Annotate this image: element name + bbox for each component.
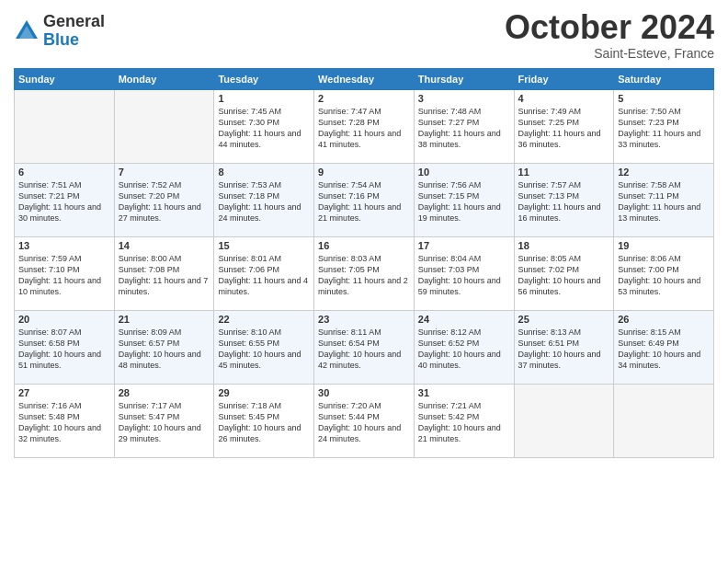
week-row-1: 6Sunrise: 7:51 AM Sunset: 7:21 PM Daylig… — [15, 163, 714, 236]
day-cell: 25Sunrise: 8:13 AM Sunset: 6:51 PM Dayli… — [514, 310, 614, 384]
day-number: 31 — [418, 387, 510, 398]
day-header-monday: Monday — [114, 68, 214, 89]
day-number: 3 — [418, 93, 510, 104]
day-cell: 14Sunrise: 8:00 AM Sunset: 7:08 PM Dayli… — [114, 236, 214, 310]
day-info: Sunrise: 8:15 AM Sunset: 6:49 PM Dayligh… — [618, 327, 710, 372]
day-info: Sunrise: 8:09 AM Sunset: 6:57 PM Dayligh… — [119, 327, 210, 372]
day-info: Sunrise: 8:01 AM Sunset: 7:06 PM Dayligh… — [218, 253, 310, 298]
day-header-wednesday: Wednesday — [314, 68, 415, 89]
day-cell: 28Sunrise: 7:17 AM Sunset: 5:47 PM Dayli… — [114, 384, 214, 457]
day-cell: 22Sunrise: 8:10 AM Sunset: 6:55 PM Dayli… — [214, 310, 314, 384]
day-info: Sunrise: 8:06 AM Sunset: 7:00 PM Dayligh… — [618, 253, 710, 298]
logo-text: General Blue — [43, 13, 105, 50]
day-cell: 2Sunrise: 7:47 AM Sunset: 7:28 PM Daylig… — [314, 89, 415, 163]
logo-general: General — [43, 13, 105, 31]
day-info: Sunrise: 8:00 AM Sunset: 7:08 PM Dayligh… — [119, 253, 210, 298]
day-number: 7 — [119, 167, 210, 178]
day-info: Sunrise: 7:58 AM Sunset: 7:11 PM Dayligh… — [618, 179, 710, 224]
day-header-thursday: Thursday — [414, 68, 514, 89]
day-number: 16 — [318, 240, 410, 251]
day-number: 9 — [318, 167, 410, 178]
day-cell: 31Sunrise: 7:21 AM Sunset: 5:42 PM Dayli… — [414, 384, 514, 457]
day-info: Sunrise: 8:10 AM Sunset: 6:55 PM Dayligh… — [218, 327, 310, 372]
day-number: 22 — [218, 314, 310, 325]
day-number: 24 — [418, 314, 510, 325]
day-cell: 19Sunrise: 8:06 AM Sunset: 7:00 PM Dayli… — [614, 236, 714, 310]
day-number: 5 — [618, 93, 710, 104]
page: General Blue October 2024 Saint-Esteve, … — [0, 0, 728, 563]
day-cell: 26Sunrise: 8:15 AM Sunset: 6:49 PM Dayli… — [614, 310, 714, 384]
location: Saint-Esteve, France — [505, 46, 714, 61]
day-info: Sunrise: 8:07 AM Sunset: 6:58 PM Dayligh… — [18, 327, 110, 372]
day-info: Sunrise: 8:03 AM Sunset: 7:05 PM Dayligh… — [318, 253, 410, 298]
day-info: Sunrise: 8:04 AM Sunset: 7:03 PM Dayligh… — [418, 253, 510, 298]
day-header-friday: Friday — [514, 68, 614, 89]
day-number: 15 — [218, 240, 310, 251]
day-number: 11 — [518, 167, 610, 178]
day-header-saturday: Saturday — [614, 68, 714, 89]
day-cell: 6Sunrise: 7:51 AM Sunset: 7:21 PM Daylig… — [15, 163, 115, 236]
day-number: 18 — [518, 240, 610, 251]
day-info: Sunrise: 8:05 AM Sunset: 7:02 PM Dayligh… — [518, 253, 610, 298]
day-info: Sunrise: 8:11 AM Sunset: 6:54 PM Dayligh… — [318, 327, 410, 372]
day-cell: 17Sunrise: 8:04 AM Sunset: 7:03 PM Dayli… — [414, 236, 514, 310]
day-number: 28 — [119, 387, 210, 398]
day-number: 6 — [18, 167, 110, 178]
day-info: Sunrise: 7:45 AM Sunset: 7:30 PM Dayligh… — [218, 106, 310, 151]
day-cell: 4Sunrise: 7:49 AM Sunset: 7:25 PM Daylig… — [514, 89, 614, 163]
day-number: 13 — [18, 240, 110, 251]
day-cell: 3Sunrise: 7:48 AM Sunset: 7:27 PM Daylig… — [414, 89, 514, 163]
header: General Blue October 2024 Saint-Esteve, … — [14, 9, 714, 61]
day-info: Sunrise: 7:50 AM Sunset: 7:23 PM Dayligh… — [618, 106, 710, 151]
day-cell: 1Sunrise: 7:45 AM Sunset: 7:30 PM Daylig… — [214, 89, 314, 163]
day-cell: 16Sunrise: 8:03 AM Sunset: 7:05 PM Dayli… — [314, 236, 415, 310]
day-info: Sunrise: 8:13 AM Sunset: 6:51 PM Dayligh… — [518, 327, 610, 372]
day-number: 21 — [119, 314, 210, 325]
day-number: 8 — [218, 167, 310, 178]
day-number: 30 — [318, 387, 410, 398]
day-number: 29 — [218, 387, 310, 398]
day-info: Sunrise: 8:12 AM Sunset: 6:52 PM Dayligh… — [418, 327, 510, 372]
day-cell: 12Sunrise: 7:58 AM Sunset: 7:11 PM Dayli… — [614, 163, 714, 236]
day-info: Sunrise: 7:59 AM Sunset: 7:10 PM Dayligh… — [18, 253, 110, 298]
day-cell: 9Sunrise: 7:54 AM Sunset: 7:16 PM Daylig… — [314, 163, 415, 236]
day-info: Sunrise: 7:18 AM Sunset: 5:45 PM Dayligh… — [218, 400, 310, 445]
day-number: 2 — [318, 93, 410, 104]
day-number: 23 — [318, 314, 410, 325]
logo-icon — [14, 18, 40, 44]
week-row-4: 27Sunrise: 7:16 AM Sunset: 5:48 PM Dayli… — [15, 384, 714, 457]
day-number: 10 — [418, 167, 510, 178]
week-row-2: 13Sunrise: 7:59 AM Sunset: 7:10 PM Dayli… — [15, 236, 714, 310]
day-info: Sunrise: 7:54 AM Sunset: 7:16 PM Dayligh… — [318, 179, 410, 224]
logo: General Blue — [14, 13, 105, 50]
day-cell: 5Sunrise: 7:50 AM Sunset: 7:23 PM Daylig… — [614, 89, 714, 163]
day-cell: 18Sunrise: 8:05 AM Sunset: 7:02 PM Dayli… — [514, 236, 614, 310]
day-number: 20 — [18, 314, 110, 325]
day-number: 14 — [119, 240, 210, 251]
day-cell — [114, 89, 214, 163]
day-number: 25 — [518, 314, 610, 325]
day-cell: 13Sunrise: 7:59 AM Sunset: 7:10 PM Dayli… — [15, 236, 115, 310]
day-info: Sunrise: 7:49 AM Sunset: 7:25 PM Dayligh… — [518, 106, 610, 151]
month-title: October 2024 — [505, 9, 714, 46]
logo-blue: Blue — [43, 31, 105, 50]
day-cell: 24Sunrise: 8:12 AM Sunset: 6:52 PM Dayli… — [414, 310, 514, 384]
day-info: Sunrise: 7:47 AM Sunset: 7:28 PM Dayligh… — [318, 106, 410, 151]
day-cell — [15, 89, 115, 163]
day-info: Sunrise: 7:21 AM Sunset: 5:42 PM Dayligh… — [418, 400, 510, 445]
day-cell: 23Sunrise: 8:11 AM Sunset: 6:54 PM Dayli… — [314, 310, 415, 384]
day-number: 4 — [518, 93, 610, 104]
day-number: 26 — [618, 314, 710, 325]
day-cell: 30Sunrise: 7:20 AM Sunset: 5:44 PM Dayli… — [314, 384, 415, 457]
day-info: Sunrise: 7:48 AM Sunset: 7:27 PM Dayligh… — [418, 106, 510, 151]
day-cell: 27Sunrise: 7:16 AM Sunset: 5:48 PM Dayli… — [15, 384, 115, 457]
day-number: 19 — [618, 240, 710, 251]
day-header-tuesday: Tuesday — [214, 68, 314, 89]
day-info: Sunrise: 7:53 AM Sunset: 7:18 PM Dayligh… — [218, 179, 310, 224]
day-cell — [514, 384, 614, 457]
day-cell — [614, 384, 714, 457]
day-number: 27 — [18, 387, 110, 398]
days-header-row: SundayMondayTuesdayWednesdayThursdayFrid… — [15, 68, 714, 89]
day-info: Sunrise: 7:20 AM Sunset: 5:44 PM Dayligh… — [318, 400, 410, 445]
day-cell: 15Sunrise: 8:01 AM Sunset: 7:06 PM Dayli… — [214, 236, 314, 310]
